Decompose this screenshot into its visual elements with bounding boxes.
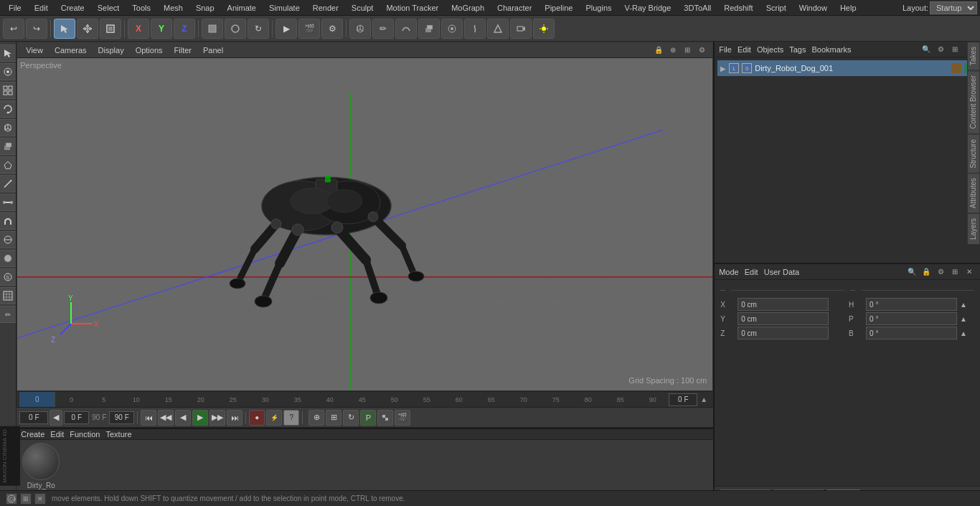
frame-input[interactable] [669, 393, 697, 406]
attr-menu-userdata[interactable]: User Data [764, 268, 800, 276]
menu-motion-tracker[interactable]: Motion Tracker [380, 2, 444, 14]
menu-mograph[interactable]: MoGraph [446, 2, 490, 14]
move-button[interactable] [77, 19, 98, 39]
obj-menu-tags[interactable]: Tags [789, 45, 806, 54]
status-icon-3[interactable]: ✕ [34, 493, 46, 505]
menu-window[interactable]: Window [793, 2, 833, 14]
obj-search-icon[interactable]: 🔍 [920, 43, 933, 56]
render-settings-button[interactable]: ⚙ [321, 19, 343, 39]
menu-create[interactable]: Create [55, 2, 90, 14]
x-pos-field[interactable]: 0 cm [738, 298, 829, 311]
menu-simulate[interactable]: Simulate [263, 2, 306, 14]
y-axis-button[interactable]: Y [151, 19, 172, 39]
obj-maximize-icon[interactable]: ⊞ [948, 43, 961, 56]
camera-button[interactable] [510, 19, 532, 39]
extrude-button[interactable] [418, 19, 440, 39]
h-rot-field[interactable]: 0 ° [866, 298, 957, 311]
menu-mesh[interactable]: Mesh [158, 2, 189, 14]
start-frame-field[interactable] [64, 411, 89, 424]
z-axis-button[interactable]: Z [174, 19, 195, 39]
go-end-button[interactable]: ⏭ [227, 410, 242, 426]
menu-edit[interactable]: Edit [29, 2, 54, 14]
menu-pipeline[interactable]: Pipeline [539, 2, 578, 14]
obj-menu-file[interactable]: File [719, 45, 732, 54]
sidebar-knife-icon[interactable] [0, 175, 17, 192]
z-pos-field[interactable]: 0 cm [738, 327, 829, 339]
attr-menu-edit[interactable]: Edit [745, 268, 758, 276]
sidebar-grid2-icon[interactable] [0, 287, 17, 304]
play-button[interactable]: ▶ [192, 410, 208, 426]
vp-menu-view[interactable]: View [22, 44, 47, 56]
mat-menu-texture[interactable]: Texture [105, 430, 131, 439]
sidebar-pen2-icon[interactable]: ✏ [0, 306, 17, 323]
menu-plugins[interactable]: Plugins [580, 2, 617, 14]
record-button[interactable]: ● [249, 410, 265, 426]
sidebar-rotate-icon[interactable] [0, 100, 17, 118]
sidebar-paint-icon[interactable]: S [0, 268, 17, 286]
select-mode-button[interactable] [54, 19, 75, 39]
sidebar-subdivide-icon[interactable] [0, 231, 17, 248]
tab-content-browser[interactable]: Content Browser [967, 70, 980, 133]
redo-button[interactable]: ↪ [26, 19, 47, 39]
menu-vray[interactable]: V-Ray Bridge [619, 2, 677, 14]
tab-attributes[interactable]: Attributes [967, 173, 980, 213]
menu-select[interactable]: Select [92, 2, 126, 14]
vp-menu-display[interactable]: Display [94, 44, 128, 56]
menu-script[interactable]: Script [760, 2, 792, 14]
frame-up-icon[interactable]: ▲ [700, 395, 707, 403]
menu-file[interactable]: File [3, 2, 27, 14]
sidebar-magnet-icon[interactable] [0, 212, 17, 230]
tl-extra-btn-5[interactable] [377, 410, 393, 426]
menu-sculpt[interactable]: Sculpt [346, 2, 380, 14]
viewport-settings-icon[interactable]: ⚙ [695, 44, 708, 57]
cube-button[interactable] [349, 19, 371, 39]
null-object-button[interactable] [225, 19, 246, 39]
material-thumbnail[interactable] [22, 443, 60, 480]
light-button[interactable] [533, 19, 555, 39]
obj-tag-1[interactable] [951, 63, 961, 73]
menu-help[interactable]: Help [834, 2, 862, 14]
vp-menu-filter[interactable]: Filter [170, 44, 196, 56]
attr-search-icon[interactable]: 🔍 [905, 266, 918, 278]
tl-extra-btn-1[interactable]: ⊕ [308, 410, 324, 426]
viewport-canvas[interactable]: Perspective [17, 58, 712, 390]
status-icon-2[interactable]: ⊞ [20, 493, 32, 505]
attr-lock-icon[interactable]: 🔒 [920, 266, 933, 278]
object-mode-button[interactable] [202, 19, 223, 39]
render-view-button[interactable]: ▶ [275, 19, 297, 39]
attr-settings-icon[interactable]: ⚙ [934, 266, 947, 278]
help-button[interactable]: ? [283, 410, 299, 426]
sidebar-extrude-icon[interactable] [0, 138, 17, 155]
vp-menu-panel[interactable]: Panel [199, 44, 227, 56]
frame-step-back-btn[interactable]: ◀ [50, 410, 62, 426]
deformer-button[interactable] [487, 19, 509, 39]
p-rot-field[interactable]: 0 ° [866, 312, 957, 325]
b-rot-field[interactable]: 0 ° [866, 327, 957, 339]
h-rot-up[interactable]: ▲ [960, 298, 974, 311]
viewport-move-icon[interactable]: ⊕ [666, 44, 679, 57]
field-button[interactable] [441, 19, 463, 39]
undo-button[interactable]: ↩ [3, 19, 24, 39]
tl-extra-btn-3[interactable]: ↻ [343, 410, 359, 426]
end-frame-field[interactable] [109, 411, 134, 424]
tab-takes[interactable]: Takes [967, 42, 980, 70]
go-start-button[interactable]: ⏮ [141, 410, 156, 426]
obj-settings-icon[interactable]: ⚙ [934, 43, 947, 56]
mat-menu-function[interactable]: Function [70, 430, 100, 439]
obj-menu-edit[interactable]: Edit [738, 45, 751, 54]
sidebar-grid-icon[interactable] [0, 82, 17, 99]
menu-animate[interactable]: Animate [222, 2, 262, 14]
sidebar-edge-icon[interactable] [0, 194, 17, 211]
obj-row-robot[interactable]: ▶ L 0 Dirty_Robot_Dog_001 [717, 60, 977, 76]
obj-menu-objects[interactable]: Objects [757, 45, 783, 54]
sidebar-polygon-icon[interactable] [0, 156, 17, 174]
hair-button[interactable] [464, 19, 486, 39]
p-rot-up[interactable]: ▲ [960, 312, 974, 325]
attr-close-icon[interactable]: ✕ [963, 266, 976, 278]
render-picture-button[interactable]: 🎬 [298, 19, 320, 39]
material-item[interactable]: Dirty_Ro [22, 443, 60, 489]
menu-redshift[interactable]: Redshift [718, 2, 758, 14]
autokey-button[interactable]: ⚡ [266, 410, 282, 426]
mat-menu-edit[interactable]: Edit [50, 430, 64, 439]
attr-menu-mode[interactable]: Mode [719, 268, 739, 276]
